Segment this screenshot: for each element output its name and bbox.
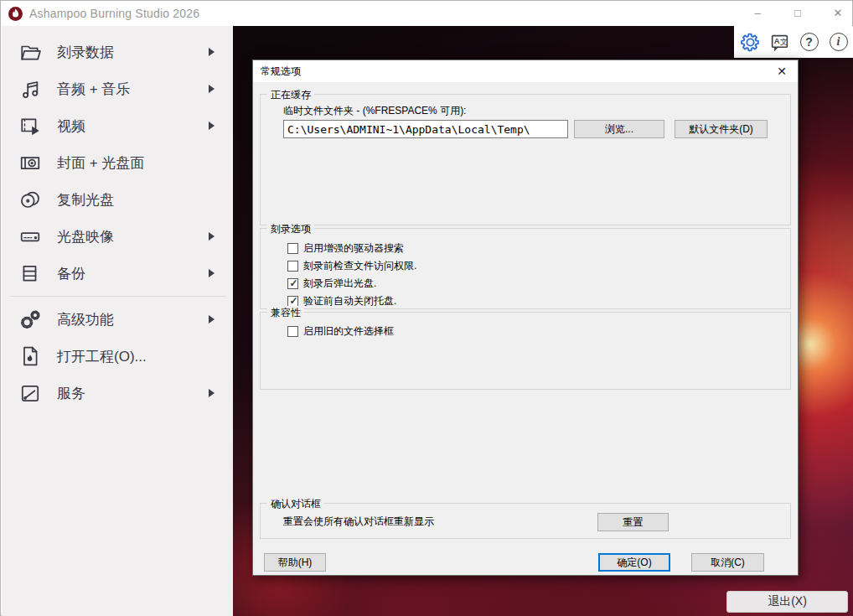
caching-group-title: 正在缓存 xyxy=(267,88,314,102)
title-bar: Ashampoo Burning Studio 2026 – □ ✕ xyxy=(1,1,852,26)
sidebar-item-disc-image[interactable]: 光盘映像 xyxy=(2,218,233,255)
open-project-file-icon xyxy=(18,344,42,368)
minimize-button[interactable]: – xyxy=(750,1,765,26)
maximize-button[interactable]: □ xyxy=(790,1,805,26)
default-folder-button[interactable]: 默认文件夹(D) xyxy=(675,120,768,138)
caching-group: 正在缓存 临时文件文件夹 - (%FRESPACE% 可用): 浏览... 默认… xyxy=(260,94,791,225)
general-options-dialog: 常规选项 ✕ 正在缓存 临时文件文件夹 - (%FRESPACE% 可用): 浏… xyxy=(252,60,799,576)
browse-button[interactable]: 浏览... xyxy=(574,120,664,138)
checkbox-label: 刻录后弹出光盘. xyxy=(303,277,376,291)
sidebar-item-label: 音频 + 音乐 xyxy=(57,80,130,99)
disc-image-drive-icon xyxy=(18,225,42,248)
confirm-dialogs-group-title: 确认对话框 xyxy=(267,497,324,511)
sidebar-item-backup[interactable]: 备份 xyxy=(2,255,233,292)
sidebar-separator xyxy=(10,296,226,297)
settings-gear-icon[interactable] xyxy=(740,32,761,53)
option-row: 刻录前检查文件访问权限. xyxy=(287,257,790,275)
checkbox-label: 刻录前检查文件访问权限. xyxy=(303,259,416,273)
header-icon-strip: A文 ? i xyxy=(734,26,853,58)
checkbox-label: 启用增强的驱动器搜索 xyxy=(303,241,404,256)
svg-text:文: 文 xyxy=(780,37,788,45)
chevron-right-icon xyxy=(209,389,215,397)
app-window: Ashampoo Burning Studio 2026 – □ ✕ 刻录数据 … xyxy=(0,0,853,616)
sidebar-item-cover-disc[interactable]: 封面 + 光盘面 xyxy=(2,144,233,181)
video-film-icon xyxy=(18,114,42,137)
reset-button[interactable]: 重置 xyxy=(597,513,669,531)
cancel-button[interactable]: 取消(C) xyxy=(691,553,764,572)
sidebar-item-label: 高级功能 xyxy=(57,310,114,329)
ok-button[interactable]: 确定(O) xyxy=(598,553,670,572)
backup-stack-icon xyxy=(18,261,42,285)
translate-icon[interactable]: A文 xyxy=(769,32,790,53)
sidebar-item-burn-data[interactable]: 刻录数据 xyxy=(2,34,233,70)
sidebar-item-label: 刻录数据 xyxy=(57,43,114,62)
dialog-title: 常规选项 xyxy=(253,65,301,79)
sidebar-item-label: 光盘映像 xyxy=(57,227,114,246)
option-row: 刻录后弹出光盘. xyxy=(287,275,790,292)
compatibility-group: 兼容性 启用旧的文件选择框 xyxy=(260,312,791,390)
reset-description: 重置会使所有确认对话框重新显示 xyxy=(283,515,434,529)
enhanced-drive-search-checkbox[interactable] xyxy=(287,243,298,254)
checkbox-label: 验证前自动关闭托盘. xyxy=(303,294,396,308)
sidebar-item-label: 封面 + 光盘面 xyxy=(57,153,144,173)
dialog-title-bar: 常规选项 ✕ xyxy=(253,60,798,82)
chevron-right-icon xyxy=(209,85,215,93)
burn-options-group-title: 刻录选项 xyxy=(267,222,314,236)
info-icon[interactable]: i xyxy=(828,32,849,53)
sidebar-item-label: 备份 xyxy=(57,264,85,283)
sidebar-item-services[interactable]: 服务 xyxy=(2,375,233,412)
sidebar-item-video[interactable]: 视频 xyxy=(2,107,233,144)
copy-disc-icon xyxy=(18,188,42,211)
compatibility-group-title: 兼容性 xyxy=(267,306,304,320)
temp-folder-input[interactable] xyxy=(283,120,568,138)
sidebar-item-copy-disc[interactable]: 复制光盘 xyxy=(2,181,233,218)
chevron-right-icon xyxy=(209,315,215,324)
exit-button[interactable]: 退出(X) xyxy=(726,591,848,613)
checkbox-label: 启用旧的文件选择框 xyxy=(303,324,394,339)
app-title: Ashampoo Burning Studio 2026 xyxy=(29,7,199,20)
sidebar-item-advanced[interactable]: 高级功能 xyxy=(2,301,233,338)
app-logo-icon xyxy=(8,7,23,21)
option-row: 启用增强的驱动器搜索 xyxy=(287,240,790,257)
burn-options-group: 刻录选项 启用增强的驱动器搜索 刻录前检查文件访问权限. 刻录后弹出光盘. 验证… xyxy=(260,228,791,309)
option-row: 验证前自动关闭托盘. xyxy=(287,292,790,310)
option-row: 启用旧的文件选择框 xyxy=(287,323,790,340)
services-gauge-icon xyxy=(18,381,42,405)
gears-icon xyxy=(18,308,42,331)
sidebar: 刻录数据 音频 + 音乐 视频 封面 + 光盘面 复制光盘 xyxy=(2,26,233,616)
svg-text:A: A xyxy=(774,37,780,45)
eject-after-burn-checkbox[interactable] xyxy=(287,278,298,289)
temp-folder-label: 临时文件文件夹 - (%FRESPACE% 可用): xyxy=(283,104,466,118)
chevron-right-icon xyxy=(209,269,215,277)
close-button[interactable]: ✕ xyxy=(830,1,845,26)
burn-data-folder-icon xyxy=(18,40,42,64)
chevron-right-icon xyxy=(209,232,215,241)
chevron-right-icon xyxy=(209,48,215,56)
dialog-close-icon[interactable]: ✕ xyxy=(774,64,789,79)
cover-disc-icon xyxy=(18,151,42,174)
sidebar-item-label: 打开工程(O)... xyxy=(57,347,147,366)
confirm-dialogs-group: 确认对话框 重置会使所有确认对话框重新显示 重置 xyxy=(260,503,791,539)
chevron-right-icon xyxy=(209,122,215,130)
music-note-icon xyxy=(18,77,42,101)
check-file-access-checkbox[interactable] xyxy=(287,261,298,272)
sidebar-item-label: 服务 xyxy=(57,384,85,403)
legacy-file-dialog-checkbox[interactable] xyxy=(287,326,298,337)
help-button[interactable]: 帮助(H) xyxy=(264,553,326,572)
sidebar-item-open-project[interactable]: 打开工程(O)... xyxy=(2,338,233,375)
sidebar-item-label: 复制光盘 xyxy=(57,190,114,210)
sidebar-item-label: 视频 xyxy=(57,116,85,136)
sidebar-item-audio-music[interactable]: 音频 + 音乐 xyxy=(2,70,233,107)
help-icon[interactable]: ? xyxy=(799,32,819,53)
